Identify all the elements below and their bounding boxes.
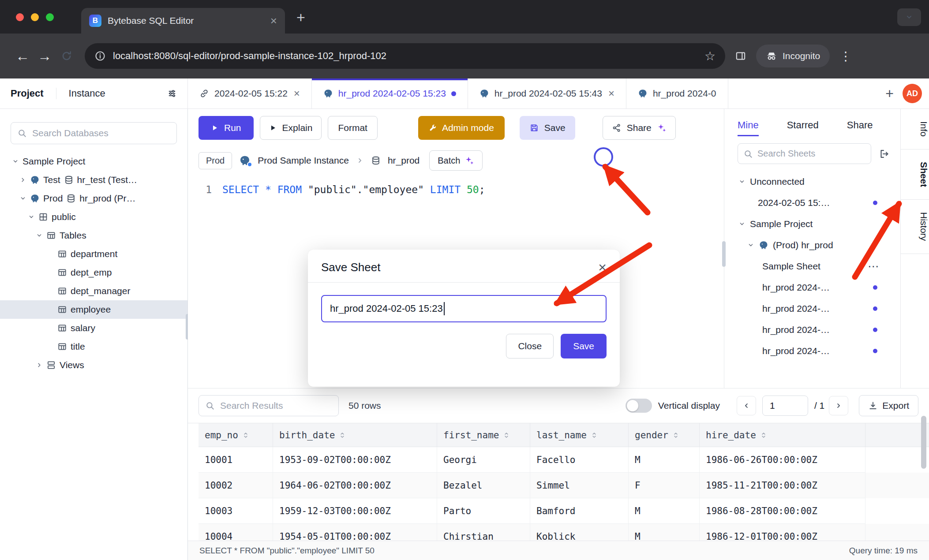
browser-menu-icon[interactable]: ⋮: [839, 49, 852, 63]
sheet-item[interactable]: Sample Sheet⋯: [724, 256, 900, 277]
sheet-item[interactable]: hr_prod 2024-…: [724, 319, 900, 340]
vertical-scrollbar[interactable]: [921, 416, 926, 469]
editor-tab-label: hr_prod 2024-0: [653, 88, 716, 99]
side-tab-sheet[interactable]: Sheet: [901, 149, 929, 200]
batch-label: Batch: [438, 156, 460, 166]
sql-code-line[interactable]: 1 SELECT * FROM "public"."employee" LIMI…: [188, 171, 724, 195]
db-icon: [64, 175, 74, 185]
close-tab-icon[interactable]: ×: [608, 87, 614, 100]
side-tab-info[interactable]: Info: [901, 109, 929, 149]
table-row[interactable]: 100011953-09-02T00:00:00ZGeorgiFacelloM1…: [199, 447, 929, 473]
tree-item-dept_emp[interactable]: dept_emp: [0, 263, 187, 282]
table-row[interactable]: 100021964-06-02T00:00:00ZBezalelSimmelF1…: [199, 473, 929, 498]
search-results-input[interactable]: Search Results: [199, 395, 339, 416]
column-header-birth_date[interactable]: birth_date: [273, 423, 437, 447]
sort-icon: [502, 431, 510, 439]
dialog-close-button[interactable]: Close: [506, 334, 554, 358]
close-tab-icon[interactable]: ×: [294, 87, 300, 100]
reload-button[interactable]: [56, 45, 78, 67]
page-number-input[interactable]: 1: [762, 396, 808, 416]
save-button[interactable]: Save: [520, 116, 575, 140]
column-label: first_name: [443, 430, 499, 441]
tree-item-Prod[interactable]: Prodhr_prod (Pr…: [0, 189, 187, 208]
sheet-item[interactable]: hr_prod 2024-…: [724, 277, 900, 298]
explain-button[interactable]: Explain: [260, 116, 322, 140]
chevron-right-icon: [356, 157, 364, 164]
tab-search-button[interactable]: [897, 8, 921, 26]
column-header-first_name[interactable]: first_name: [437, 423, 530, 447]
sheet-item[interactable]: hr_prod 2024-…: [724, 340, 900, 362]
forward-button[interactable]: →: [34, 45, 56, 67]
new-browser-tab-button[interactable]: +: [296, 9, 305, 26]
chevron-right-icon: [835, 402, 843, 410]
search-databases-input[interactable]: Search Databases: [11, 122, 177, 144]
filter-sliders-icon[interactable]: [167, 89, 177, 98]
prev-page-button[interactable]: [737, 396, 756, 415]
side-panel-icon[interactable]: [735, 50, 746, 62]
instance-name[interactable]: Prod Sample Instance: [258, 155, 349, 166]
collapse-panel-icon[interactable]: [878, 148, 890, 160]
sheet-item[interactable]: hr_prod 2024-…: [724, 298, 900, 319]
sheet-item[interactable]: Unconnected: [724, 171, 900, 192]
sheet-tab-share[interactable]: Share: [847, 119, 873, 136]
back-button[interactable]: ←: [11, 45, 34, 67]
sheet-tab-mine[interactable]: Mine: [738, 119, 759, 136]
sheet-item[interactable]: (Prod) hr_prod: [724, 235, 900, 256]
column-header-emp_no[interactable]: emp_no: [199, 423, 273, 447]
site-info-icon[interactable]: [94, 50, 106, 62]
address-bar[interactable]: localhost:8080/sql-editor/prod-sample-in…: [85, 43, 725, 69]
tree-item-title[interactable]: title: [0, 337, 187, 356]
dialog-save-button[interactable]: Save: [561, 334, 607, 358]
editor-tab[interactable]: hr_prod 2024-02-05 15:23: [312, 78, 468, 108]
tree-item-Views[interactable]: Views: [0, 356, 187, 374]
run-button[interactable]: Run: [199, 116, 254, 140]
tree-item-dept_manager[interactable]: dept_manager: [0, 282, 187, 300]
table-row[interactable]: 100041954-05-01T00:00:00ZChirstianKoblic…: [199, 524, 929, 541]
tree-item-SampleProject[interactable]: Sample Project: [0, 152, 187, 171]
admin-mode-button[interactable]: Admin mode: [418, 116, 505, 140]
editor-tab[interactable]: 2024-02-05 15:22×: [188, 78, 312, 108]
tree-item-department[interactable]: department: [0, 245, 187, 263]
batch-button[interactable]: Batch: [429, 150, 483, 171]
tree-item-Tables[interactable]: Tables: [0, 226, 187, 245]
sheet-name-input[interactable]: hr_prod 2024-02-05 15:23: [321, 295, 607, 322]
tree-item-employee[interactable]: employee: [0, 300, 187, 319]
column-header-gender[interactable]: gender: [629, 423, 700, 447]
column-header-last_name[interactable]: last_name: [530, 423, 629, 447]
panel-resize-handle[interactable]: [722, 241, 726, 267]
export-button[interactable]: Export: [859, 395, 918, 416]
editor-tab[interactable]: hr_prod 2024-0: [626, 78, 728, 108]
search-sheets-input[interactable]: Search Sheets: [738, 143, 871, 164]
vertical-display-toggle[interactable]: [626, 399, 652, 413]
format-label: Format: [338, 123, 367, 133]
close-window-button[interactable]: [16, 13, 24, 21]
database-name[interactable]: hr_prod: [388, 155, 420, 166]
format-button[interactable]: Format: [328, 116, 378, 140]
instance-tab[interactable]: Instance: [69, 88, 105, 99]
sheet-tab-starred[interactable]: Starred: [787, 119, 819, 136]
tree-item-public[interactable]: public: [0, 208, 187, 226]
tree-item-Test[interactable]: Testhr_test (Test…: [0, 171, 187, 189]
avatar[interactable]: AD: [903, 84, 922, 103]
more-options-icon[interactable]: ⋯: [868, 260, 880, 273]
browser-tab[interactable]: B Bytebase SQL Editor ×: [81, 8, 285, 34]
share-button[interactable]: Share: [603, 116, 676, 140]
side-tab-history[interactable]: History: [901, 200, 929, 254]
column-header-hire_date[interactable]: hire_date: [700, 423, 865, 447]
next-page-button[interactable]: [829, 396, 848, 415]
sql-token: ;: [479, 184, 485, 195]
maximize-window-button[interactable]: [46, 13, 54, 21]
sheet-item[interactable]: Sample Project: [724, 213, 900, 235]
close-browser-tab-icon[interactable]: ×: [270, 14, 277, 28]
tree-item-salary[interactable]: salary: [0, 319, 187, 337]
chevron-down-icon: [28, 213, 35, 220]
sheet-item[interactable]: 2024-02-05 15:…: [724, 192, 900, 213]
dialog-close-icon[interactable]: ×: [598, 260, 607, 274]
minimize-window-button[interactable]: [31, 13, 39, 21]
new-sheet-tab-button[interactable]: +: [877, 78, 903, 108]
bookmark-star-icon[interactable]: ☆: [704, 49, 715, 63]
table-cell: M: [629, 498, 700, 524]
project-tab[interactable]: Project: [11, 88, 44, 99]
table-row[interactable]: 100031959-12-03T00:00:00ZPartoBamfordM19…: [199, 498, 929, 524]
editor-tab[interactable]: hr_prod 2024-02-05 15:43×: [468, 78, 626, 108]
